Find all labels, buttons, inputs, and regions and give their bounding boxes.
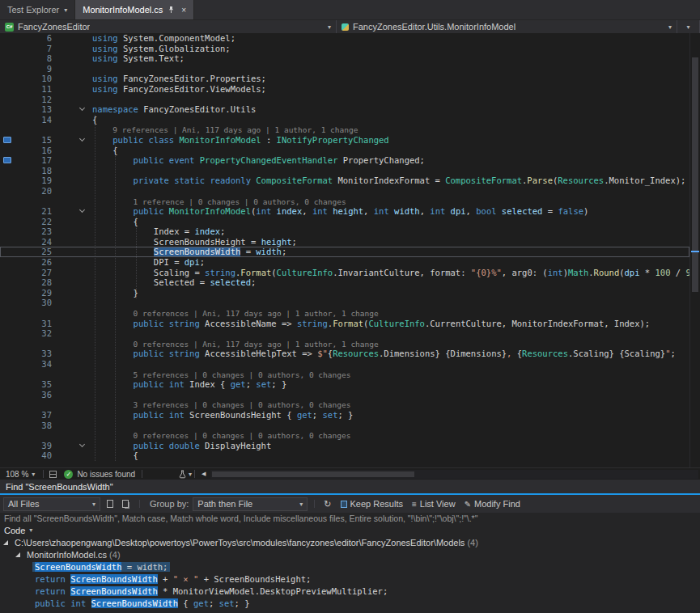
glyph-margin[interactable]	[0, 277, 15, 288]
code-line[interactable]: 13namespace FancyZonesEditor.Utils	[0, 104, 689, 115]
code-line[interactable]: 10using FancyZonesEditor.Properties;	[0, 74, 689, 84]
code-line[interactable]: 27 Scaling = string.Format(CultureInfo.I…	[0, 268, 689, 278]
code-line[interactable]: 38	[0, 421, 689, 431]
fold-margin[interactable]	[58, 390, 89, 400]
find-panel-header[interactable]: Find "ScreenBoundsWidth"	[0, 480, 700, 493]
fold-margin[interactable]	[58, 125, 89, 135]
fold-margin[interactable]	[58, 400, 89, 410]
fold-margin[interactable]	[58, 197, 89, 207]
codelens-row[interactable]: 9 references | Ani, 117 days ago | 1 aut…	[0, 125, 689, 135]
fold-margin[interactable]	[58, 349, 89, 359]
glyph-margin[interactable]	[0, 268, 15, 278]
glyph-margin[interactable]	[0, 175, 15, 186]
chevron-down-icon[interactable]	[79, 442, 85, 447]
chevron-down-icon[interactable]: ▾	[64, 6, 67, 14]
code-line[interactable]: 16 {	[0, 146, 689, 156]
glyph-margin[interactable]	[0, 74, 15, 84]
keep-results-button[interactable]: Keep Results	[338, 499, 405, 509]
fold-margin[interactable]	[58, 95, 89, 105]
member-dropdown[interactable]: ▾	[677, 20, 700, 33]
glyph-margin[interactable]	[0, 328, 15, 339]
fold-margin[interactable]	[58, 288, 89, 298]
code-line[interactable]: 30	[0, 298, 689, 308]
tab-monitorinfomodel[interactable]: MonitorInfoModel.cs ×	[75, 0, 194, 19]
chevron-down-icon[interactable]	[79, 207, 85, 213]
fold-margin[interactable]	[58, 421, 89, 431]
glyph-margin[interactable]	[0, 370, 15, 380]
code-line[interactable]: 9	[0, 64, 689, 74]
chevron-down-icon[interactable]: ▾	[189, 471, 192, 478]
glyph-margin[interactable]	[0, 135, 15, 146]
code-line[interactable]: 15 public class MonitorInfoModel : INoti…	[0, 135, 689, 146]
chevron-down-icon[interactable]	[79, 105, 85, 111]
fold-margin[interactable]	[58, 53, 89, 64]
code-line[interactable]: 20	[0, 186, 689, 197]
horizontal-scrollbar[interactable]	[210, 470, 699, 479]
code-line[interactable]: 36	[0, 390, 689, 400]
fold-margin[interactable]	[58, 226, 89, 237]
glyph-margin[interactable]	[0, 166, 15, 176]
match-result-row[interactable]: ScreenBoundsWidth = width;	[0, 560, 700, 573]
fold-margin[interactable]	[58, 319, 89, 329]
codelens-row[interactable]: 0 references | 0 changes | 0 authors, 0 …	[0, 430, 689, 441]
glyph-margin[interactable]	[0, 53, 15, 64]
glyph-margin[interactable]	[0, 308, 15, 319]
glyph-margin[interactable]	[0, 441, 15, 451]
scrollbar-thumb[interactable]	[212, 471, 414, 477]
glyph-margin[interactable]	[0, 84, 15, 95]
codelens-row[interactable]: 3 references | 0 changes | 0 authors, 0 …	[0, 400, 689, 410]
glyph-margin[interactable]	[0, 390, 15, 400]
fold-margin[interactable]	[58, 155, 89, 166]
fold-margin[interactable]	[58, 441, 89, 451]
glyph-margin[interactable]	[0, 410, 15, 421]
fold-margin[interactable]	[58, 206, 89, 217]
codelens-row[interactable]: 0 references | Ani, 117 days ago | 1 aut…	[0, 308, 689, 319]
glyph-margin[interactable]	[0, 247, 15, 257]
margin-glyph-icon[interactable]	[3, 137, 11, 143]
codelens-row[interactable]: 1 reference | 0 changes | 0 authors, 0 c…	[0, 197, 689, 207]
code-line[interactable]: 7using System.Globalization;	[0, 44, 689, 54]
flask-icon[interactable]	[179, 470, 186, 479]
glyph-margin[interactable]	[0, 359, 15, 370]
glyph-margin[interactable]	[0, 206, 15, 217]
fold-margin[interactable]	[58, 430, 89, 441]
fold-margin[interactable]	[58, 217, 89, 227]
code-line[interactable]: 40 {	[0, 450, 689, 461]
code-line[interactable]: 23 Index = index;	[0, 226, 689, 237]
fold-margin[interactable]	[58, 359, 89, 370]
code-line[interactable]: 25 ScreenBoundsWidth = width;	[0, 247, 689, 257]
match-result-row[interactable]: public int ScreenBoundsWidth { get; set;…	[0, 597, 700, 609]
code-line[interactable]: 19 private static readonly CompositeForm…	[0, 175, 689, 186]
match-result-row[interactable]: return ScreenBoundsWidth * MonitorViewMo…	[0, 585, 700, 597]
code-line[interactable]: 28 Selected = selected;	[0, 277, 689, 288]
glyph-margin[interactable]	[0, 430, 15, 441]
close-icon[interactable]: ×	[181, 6, 186, 15]
pin-icon[interactable]	[168, 6, 175, 14]
code-line[interactable]: 29 }	[0, 288, 689, 298]
file-icon[interactable]	[107, 500, 113, 508]
code-line[interactable]: 26 DPI = dpi;	[0, 257, 689, 268]
glyph-margin[interactable]	[0, 115, 15, 125]
glyph-margin[interactable]	[0, 146, 15, 156]
fold-margin[interactable]	[58, 33, 89, 44]
fold-margin[interactable]	[58, 339, 89, 349]
code-line[interactable]: 21 public MonitorInfoModel(int index, in…	[0, 206, 689, 217]
fold-margin[interactable]	[58, 410, 89, 421]
glyph-margin[interactable]	[0, 33, 15, 44]
fold-margin[interactable]	[58, 379, 89, 390]
fold-margin[interactable]	[58, 74, 89, 84]
expander-icon[interactable]	[3, 540, 8, 545]
fold-margin[interactable]	[58, 247, 89, 257]
project-dropdown[interactable]: C# FancyZonesEditor ▾	[0, 20, 337, 33]
expander-icon[interactable]	[15, 552, 20, 557]
code-line[interactable]: 33 public string AccessibleHelpText => $…	[0, 349, 689, 359]
glyph-margin[interactable]	[0, 64, 15, 74]
glyph-margin[interactable]	[0, 257, 15, 268]
fold-margin[interactable]	[58, 175, 89, 186]
code-line[interactable]: 31 public string AccessibleName => strin…	[0, 319, 689, 329]
margin-glyph-icon[interactable]	[3, 157, 11, 163]
modify-find-button[interactable]: ✎ Modify Find	[462, 499, 523, 509]
fold-margin[interactable]	[58, 237, 89, 247]
fold-margin[interactable]	[58, 84, 89, 95]
document-health-indicator[interactable]: ✓ No issues found	[60, 470, 139, 479]
